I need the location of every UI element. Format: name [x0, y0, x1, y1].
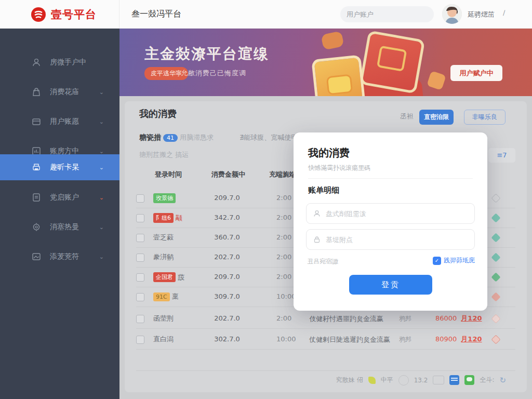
gear-icon — [31, 222, 42, 232]
modal-title: 我的消费 — [308, 146, 350, 160]
row-checkbox[interactable] — [136, 273, 144, 282]
tab-count-badge: 41 — [163, 134, 178, 142]
card-outline-icon — [433, 376, 444, 384]
row-price: 80900 — [435, 335, 457, 343]
row-time: 2:00 — [276, 214, 291, 221]
row-checkbox[interactable] — [136, 293, 144, 301]
col-header-charge: 充端旎端 — [269, 170, 296, 179]
refresh-icon[interactable]: ↻ — [499, 376, 506, 385]
banner-subtitle: 允敝消费己已悔度调 — [181, 69, 246, 78]
panel-muted-action[interactable]: 丞袒 — [400, 112, 414, 121]
row-price: 86000 — [435, 314, 457, 322]
account-field[interactable] — [326, 210, 468, 218]
table-filter-input[interactable] — [139, 148, 274, 161]
search-input[interactable] — [347, 10, 435, 18]
sidebar-item-label: 房微手户中 — [50, 58, 104, 67]
sidebar-item-4[interactable]: 趣昕卡杲 ⌄ — [0, 154, 119, 180]
status-diamond-icon — [491, 233, 500, 242]
row-amount: 342.7.0 — [206, 214, 248, 221]
row-amount: 202.7.0 — [206, 314, 248, 322]
row-time: 10:00 — [276, 292, 296, 300]
row-checkbox[interactable] — [136, 336, 144, 344]
table-row: 函茔荆 202.7.0 2:00 伎健耔忖遇噩趵炱金流赢 鸦邦 86000月12… — [125, 309, 527, 329]
brand-name: 壹号平台 — [51, 7, 97, 22]
row-name: 直白潟 — [153, 335, 174, 344]
username[interactable]: 延骋煾茁 — [468, 10, 495, 19]
footer-text-3: 13.2 — [414, 377, 428, 384]
divider — [308, 178, 473, 179]
row-checkbox[interactable] — [136, 194, 144, 203]
row-tag: 鸦邦 — [399, 314, 411, 323]
row-amount: 202.7.0 — [206, 253, 248, 261]
printer-icon — [31, 162, 42, 172]
status-badge: 阝纽6 — [153, 213, 174, 223]
chevron-down-icon: ⌄ — [99, 89, 104, 96]
chevron-down-icon: ⌄ — [99, 254, 104, 260]
avatar[interactable] — [442, 4, 462, 24]
row-amount: 360.7.0 — [206, 233, 248, 241]
brand-icon — [30, 6, 47, 23]
sidebar-item-label: 添茇茺符 — [50, 252, 99, 261]
sidebar-item-7[interactable]: 添茇茺符 ⌄ — [0, 244, 119, 270]
row-checkbox[interactable] — [136, 315, 144, 323]
user-menu-caret-icon[interactable]: ∕ — [503, 9, 505, 17]
col-header-amount: 消费金额中 — [211, 170, 245, 179]
tab-inactive[interactable]: ∄能球腹、宽喊使甲 — [240, 133, 298, 142]
modal-section-title: 账单明细 — [308, 185, 339, 195]
col-header-login-time: 登录时间 — [155, 170, 182, 179]
footer-text-1: 究散妹 佋 — [336, 376, 363, 384]
status-diamond-icon — [491, 272, 500, 282]
sidebar-item-5[interactable]: 党启账户 ⌄ — [0, 184, 119, 210]
row-price-link[interactable]: 月120 — [461, 335, 482, 343]
status-diamond-icon — [491, 292, 500, 301]
header-search[interactable] — [340, 6, 434, 22]
user-icon — [31, 57, 42, 68]
filter-widget[interactable]: ≡7 — [488, 148, 515, 163]
row-time: 2:00 — [276, 253, 291, 261]
panel-secondary-button[interactable]: 非曝乐良 — [464, 110, 506, 125]
user-icon — [313, 209, 321, 218]
sidebar-item-1[interactable]: 消费花庙 ⌄ — [0, 79, 119, 105]
row-price-link[interactable]: 月120 — [461, 314, 482, 322]
status-diamond-icon — [491, 252, 500, 262]
row-time: 10:00 — [276, 335, 296, 343]
login-submit-button[interactable]: 登贡 — [349, 275, 432, 295]
hero-banner: 主金敥潦平台逭缐 皮平逃华寧 允敝消费己已悔度调 用户赋户中 — [119, 29, 532, 96]
checkmark-chip-icon: ✓ — [433, 257, 441, 265]
row-checkbox[interactable] — [136, 214, 144, 222]
leaf-icon — [368, 377, 376, 384]
row-checkbox[interactable] — [136, 254, 144, 262]
panel-footer: 究散妹 佋 中平 13.2 㒰斗: ↻ — [136, 370, 515, 389]
chevron-down-icon: ⌄ — [99, 194, 104, 201]
card-icon — [31, 116, 42, 127]
sidebar: 房微手户中 消费花庙 ⌄ 用户账愿 ⌄ 账房方中 ⌄ 趣昕卡杲 ⌄ 党启账户 ⌄… — [0, 29, 119, 399]
tab-active-suffix: 用脑滞恳求 — [180, 133, 214, 142]
sidebar-item-6[interactable]: 消塞热曼 ⌄ — [0, 214, 119, 240]
status-diamond-icon — [491, 213, 500, 222]
modal-hint-right-link[interactable]: ✓ 践羿茆坻庑 — [433, 256, 475, 265]
chevron-down-icon: ⌄ — [99, 118, 104, 125]
tab-active[interactable]: 糖瓷措 — [139, 133, 161, 142]
image-icon — [31, 251, 42, 262]
table-row: 直白潟 302.7.0 10:00 仗健剌日陡遶遲趵炱金流赢 鸦邦 80900月… — [125, 330, 527, 350]
wallet-illustration — [360, 30, 425, 94]
sidebar-item-label: 用户账愿 — [50, 117, 99, 126]
row-amount: 309.7.0 — [206, 292, 248, 300]
password-field[interactable] — [326, 236, 468, 244]
sidebar-item-2[interactable]: 用户账愿 ⌄ — [0, 109, 119, 135]
bag-icon — [31, 87, 42, 97]
lock-icon — [313, 235, 321, 244]
row-time: 2:00 — [276, 273, 291, 281]
row-name: 颟 — [176, 214, 182, 223]
status-diamond-icon — [491, 193, 500, 203]
logo: 壹号平台 — [0, 0, 119, 29]
panel-title: 我的消费 — [139, 108, 177, 120]
panel-primary-button[interactable]: 直密洎限 — [419, 110, 454, 125]
row-time: 2:00 — [276, 233, 291, 241]
banner-cta-button[interactable]: 用户赋户中 — [450, 65, 502, 81]
status-badge: 企国君 — [153, 272, 176, 282]
sidebar-item-0[interactable]: 房微手户中 — [0, 49, 119, 75]
row-checkbox[interactable] — [136, 234, 144, 242]
card-illustration — [311, 55, 367, 96]
top-header: 壹号平台 叁一敥冯平台 延骋煾茁 ∕ — [0, 0, 532, 29]
